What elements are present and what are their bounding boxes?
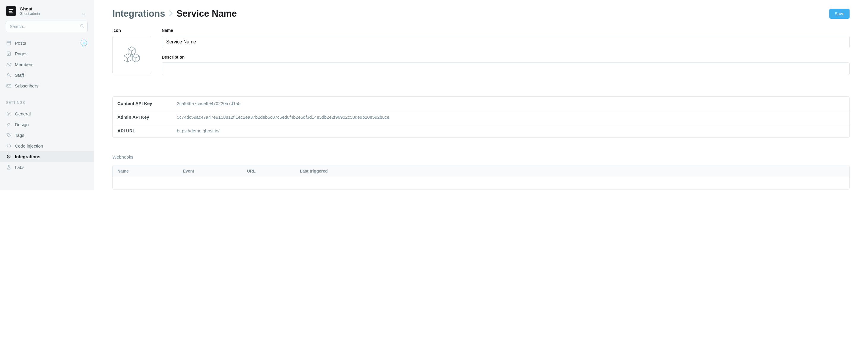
- nav-item-label: Staff: [15, 72, 24, 78]
- description-label: Description: [162, 55, 849, 59]
- nav-item-label: Integrations: [15, 154, 40, 159]
- nav-item-tags[interactable]: Tags: [0, 130, 94, 141]
- webhooks-body: [113, 177, 849, 189]
- nav-section-settings-label: SETTINGS: [0, 92, 94, 107]
- breadcrumb-root[interactable]: Integrations: [112, 8, 165, 19]
- nav-item-label: Posts: [15, 40, 26, 46]
- api-key-row[interactable]: Admin API Key 5c74dc59ac47a47e9158812f:1…: [113, 110, 849, 124]
- breadcrumb-current: Service Name: [176, 8, 237, 19]
- nav-item-general[interactable]: General: [0, 108, 94, 119]
- api-key-value: https://demo.ghost.io/: [177, 128, 219, 133]
- webhooks-col-url: URL: [247, 169, 300, 173]
- page-header: Integrations Service Name Save: [112, 8, 849, 19]
- integrations-icon: [6, 154, 11, 159]
- icon-label: Icon: [112, 28, 151, 33]
- save-button[interactable]: Save: [829, 9, 849, 19]
- webhooks-col-name: Name: [117, 169, 183, 173]
- svg-point-3: [7, 63, 9, 64]
- name-input[interactable]: [162, 36, 849, 48]
- breadcrumb: Integrations Service Name: [112, 8, 237, 19]
- brush-icon: [6, 122, 11, 127]
- nav-item-labs[interactable]: Labs: [0, 162, 94, 173]
- webhooks-header: Name Event URL Last triggered: [113, 165, 849, 177]
- nav-settings: General Design Tags Code injection Integ…: [0, 107, 94, 174]
- api-keys-table: Content API Key 2ca946a7cace69470220a7d1…: [112, 96, 849, 138]
- gear-icon: [6, 111, 11, 116]
- nav-item-label: Pages: [15, 51, 28, 56]
- api-key-label: API URL: [117, 128, 177, 133]
- site-logo: [6, 6, 16, 16]
- main-content: Integrations Service Name Save Icon: [94, 0, 868, 190]
- name-label: Name: [162, 28, 849, 33]
- nav-item-integrations[interactable]: Integrations: [0, 151, 94, 162]
- webhooks-title: Webhooks: [112, 154, 849, 159]
- search-input[interactable]: [6, 21, 88, 32]
- nav-item-subscribers[interactable]: Subscribers: [0, 80, 94, 91]
- nav-item-posts[interactable]: Posts: [0, 37, 94, 48]
- tag-icon: [6, 132, 11, 138]
- svg-point-0: [81, 24, 83, 27]
- api-key-row[interactable]: API URL https://demo.ghost.io/: [113, 124, 849, 138]
- posts-icon: [6, 40, 11, 46]
- labs-icon: [6, 165, 11, 170]
- pages-icon: [6, 51, 11, 56]
- nav-item-label: Subscribers: [15, 83, 38, 88]
- site-switcher[interactable]: Ghost Ghost admin: [0, 6, 94, 21]
- svg-point-7: [7, 134, 8, 135]
- site-title: Ghost: [20, 6, 40, 11]
- webhooks-table: Name Event URL Last triggered: [112, 165, 849, 189]
- description-input[interactable]: [162, 62, 849, 75]
- svg-rect-5: [6, 84, 11, 87]
- api-key-label: Admin API Key: [117, 115, 177, 120]
- sidebar: Ghost Ghost admin Posts: [0, 0, 94, 190]
- nav-item-label: Labs: [15, 165, 25, 170]
- svg-rect-1: [7, 41, 11, 45]
- nav-item-label: Code injection: [15, 143, 43, 148]
- api-key-row[interactable]: Content API Key 2ca946a7cace69470220a7d1…: [113, 97, 849, 110]
- api-key-label: Content API Key: [117, 101, 177, 106]
- integration-icon-upload[interactable]: [112, 36, 151, 75]
- nav-item-label: General: [15, 111, 31, 116]
- search-icon: [80, 24, 84, 29]
- staff-icon: [6, 72, 11, 78]
- nav-item-design[interactable]: Design: [0, 119, 94, 130]
- nav-item-label: Members: [15, 62, 34, 67]
- add-post-button[interactable]: [81, 39, 87, 46]
- members-icon: [6, 62, 11, 67]
- nav-item-label: Tags: [15, 133, 24, 138]
- nav-item-members[interactable]: Members: [0, 59, 94, 70]
- nav-item-pages[interactable]: Pages: [0, 48, 94, 59]
- webhooks-col-last-triggered: Last triggered: [300, 169, 844, 173]
- chevron-right-icon: [168, 8, 173, 19]
- site-subtitle: Ghost admin: [20, 11, 40, 16]
- cubes-icon: [123, 46, 141, 64]
- chevron-down-icon: [82, 11, 85, 17]
- svg-point-4: [7, 73, 9, 75]
- api-key-value: 5c74dc59ac47a47e9158812f:1ec2ea37b2deb5c…: [177, 115, 390, 120]
- code-icon: [6, 143, 11, 148]
- api-key-value: 2ca946a7cace69470220a7d1a5: [177, 101, 241, 106]
- subscribers-icon: [6, 83, 11, 88]
- nav-item-staff[interactable]: Staff: [0, 70, 94, 80]
- webhooks-col-event: Event: [183, 169, 247, 173]
- svg-point-6: [8, 113, 9, 114]
- nav-primary: Posts Pages Members Staff: [0, 36, 94, 92]
- nav-item-label: Design: [15, 122, 29, 127]
- nav-item-code-injection[interactable]: Code injection: [0, 141, 94, 151]
